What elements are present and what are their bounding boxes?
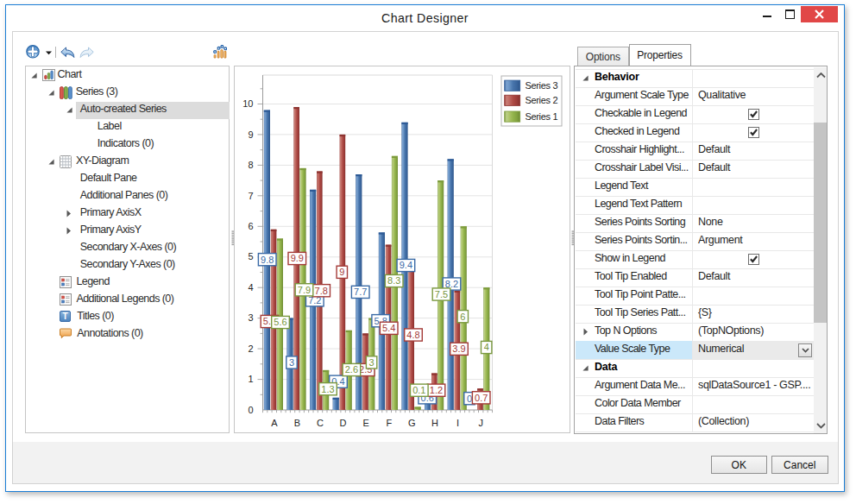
svg-text:4: 4 [484,342,489,352]
svg-text:7.7: 7.7 [354,287,367,297]
svg-text:8.3: 8.3 [387,275,400,286]
svg-text:D: D [340,418,347,428]
svg-text:3: 3 [369,357,374,368]
svg-text:5.4: 5.4 [382,323,395,333]
svg-text:9.9: 9.9 [291,253,304,263]
svg-text:2.6: 2.6 [345,364,358,375]
svg-text:0: 0 [467,394,472,404]
svg-text:7: 7 [248,191,253,201]
svg-text:Series 1: Series 1 [525,111,557,122]
svg-text:6: 6 [460,312,465,322]
svg-text:F: F [386,418,392,428]
svg-text:1.2: 1.2 [430,385,443,395]
svg-text:9.8: 9.8 [261,255,274,265]
svg-text:4: 4 [248,282,253,293]
svg-text:A: A [271,418,278,428]
svg-text:8.2: 8.2 [445,279,458,289]
svg-text:9: 9 [339,267,344,277]
svg-text:Series 3: Series 3 [525,80,557,91]
svg-text:Series 2: Series 2 [525,95,557,105]
svg-text:10: 10 [242,98,253,109]
svg-text:C: C [317,418,324,428]
svg-text:E: E [363,418,369,428]
svg-text:H: H [431,418,438,428]
svg-text:G: G [408,418,416,428]
svg-text:J: J [478,418,483,428]
svg-text:3.9: 3.9 [452,343,465,354]
svg-text:0.7: 0.7 [475,393,488,403]
svg-text:2: 2 [248,343,253,354]
svg-text:9.4: 9.4 [400,260,412,270]
svg-text:5.6: 5.6 [274,317,286,327]
svg-text:1.3: 1.3 [321,384,334,394]
svg-text:5: 5 [248,251,253,261]
svg-text:3: 3 [289,357,294,368]
svg-text:I: I [456,418,459,428]
svg-text:3: 3 [248,312,253,323]
svg-text:6: 6 [248,221,253,231]
svg-text:8: 8 [248,160,253,170]
svg-text:T: T [62,312,67,321]
svg-text:0.1: 0.1 [412,385,425,395]
svg-text:7.5: 7.5 [435,289,448,299]
svg-text:7.8: 7.8 [315,286,328,296]
svg-text:9: 9 [248,129,253,140]
svg-text:7.9: 7.9 [298,285,311,295]
svg-text:B: B [294,418,300,428]
svg-text:4.8: 4.8 [406,330,419,340]
svg-text:1: 1 [248,374,253,384]
svg-text:0: 0 [248,405,253,415]
